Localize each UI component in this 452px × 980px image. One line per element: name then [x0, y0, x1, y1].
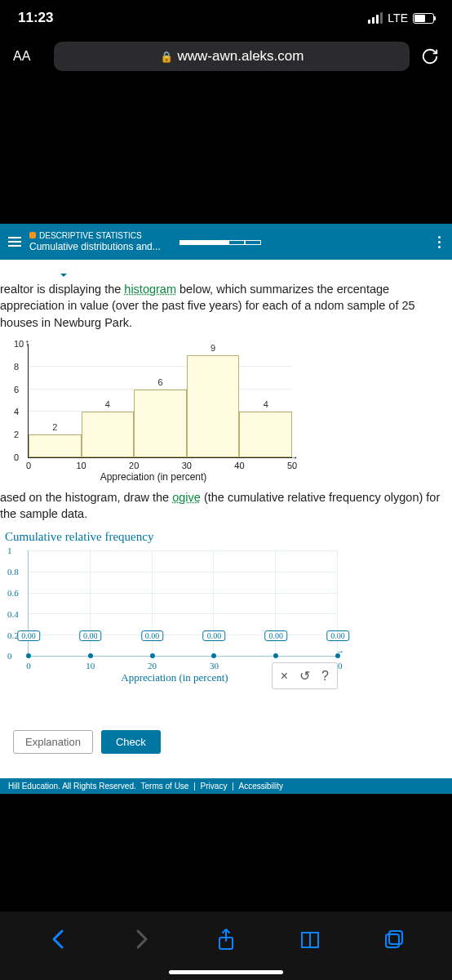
histogram-bar: 9 [187, 355, 240, 457]
battery-icon [413, 13, 434, 24]
ogive-point-value[interactable]: 0.00 [79, 630, 102, 641]
undo-button[interactable]: ↺ [299, 668, 310, 684]
status-time: 11:23 [18, 10, 53, 26]
histogram-plot: 10 8 6 4 2 0 2 4 6 9 4 0 10 20 30 40 [28, 344, 292, 458]
question-text-2: ased on the histogram, draw the ogive (t… [0, 489, 447, 523]
url-text: www-awn.aleks.com [178, 48, 304, 65]
kebab-menu-icon[interactable] [438, 236, 441, 248]
check-button[interactable]: Check [101, 730, 161, 754]
signal-icon [368, 12, 383, 24]
axis-arrow-icon: → [336, 647, 344, 656]
histogram-bar: 2 [29, 434, 82, 457]
terms-link[interactable]: Terms of Use [141, 782, 189, 791]
histogram-link[interactable]: histogram [124, 283, 176, 296]
menu-icon[interactable] [8, 237, 21, 247]
url-field[interactable]: 🔒 www-awn.aleks.com [54, 42, 410, 71]
ogive-chart[interactable]: 1 0.8 0.6 0.4 0.2 0 0 10 20 30 40 50 0.0… [3, 546, 346, 684]
clear-button[interactable]: × [281, 669, 288, 684]
safari-toolbar [0, 911, 452, 980]
variant-dropdown[interactable] [49, 268, 72, 271]
ogive-link[interactable]: ogive [172, 491, 201, 504]
back-button[interactable] [45, 926, 71, 952]
histogram-bar: 4 [239, 412, 292, 457]
histogram-chart: ↑→ 10 8 6 4 2 0 2 4 6 9 4 0 10 20 [7, 337, 300, 484]
privacy-link[interactable]: Privacy [201, 782, 228, 791]
topic-title: Cumulative distributions and... [29, 241, 161, 252]
ogive-point-value[interactable]: 0.00 [326, 630, 349, 641]
explanation-button[interactable]: Explanation [13, 730, 93, 754]
ogive-point-value[interactable]: 0.00 [264, 630, 287, 641]
lock-icon: 🔒 [160, 51, 173, 63]
accessibility-link[interactable]: Accessibility [239, 782, 283, 791]
forward-button[interactable] [129, 926, 155, 952]
aleks-header: DESCRIPTIVE STATISTICS Cumulative distri… [0, 224, 452, 260]
page-top-gap [0, 77, 452, 224]
chart-toolbar: × ↺ ? [272, 662, 338, 689]
svg-rect-2 [386, 934, 399, 947]
status-right: LTE [368, 11, 434, 24]
ogive-point[interactable] [273, 653, 278, 658]
ogive-point-value[interactable]: 0.00 [141, 630, 164, 641]
bookmarks-button[interactable] [297, 926, 323, 952]
ogive-point[interactable] [26, 653, 31, 658]
ogive-point-value[interactable]: 0.00 [203, 630, 226, 641]
ogive-point[interactable] [211, 653, 216, 658]
topic-category: DESCRIPTIVE STATISTICS [29, 231, 161, 241]
home-indicator[interactable] [169, 970, 283, 974]
ogive-plot[interactable]: 1 0.8 0.6 0.4 0.2 0 0 10 20 30 40 50 0.0… [28, 550, 338, 657]
ios-status-bar: 11:23 LTE [0, 0, 452, 36]
share-button[interactable] [213, 926, 239, 952]
text-size-button[interactable]: AA [13, 49, 42, 64]
ogive-point[interactable] [88, 653, 93, 658]
carrier-label: LTE [388, 11, 408, 24]
help-button[interactable]: ? [321, 669, 329, 684]
histogram-bar: 4 [82, 412, 135, 457]
question-text-1: realtor is displaying the histogram belo… [0, 281, 447, 331]
page-footer: Hill Education. All Rights Reserved. Ter… [0, 778, 452, 794]
reload-button[interactable] [421, 47, 439, 65]
ogive-point[interactable] [150, 653, 155, 658]
histogram-bar: 6 [134, 390, 187, 457]
histogram-x-label: Appreciation (in percent) [7, 471, 300, 483]
safari-url-bar: AA 🔒 www-awn.aleks.com [0, 36, 452, 77]
progress-strip [179, 240, 261, 245]
ogive-title: Cumulative relative frequency [5, 530, 447, 544]
tabs-button[interactable] [381, 926, 407, 952]
svg-rect-1 [389, 931, 402, 944]
ogive-point-value[interactable]: 0.00 [17, 630, 40, 641]
